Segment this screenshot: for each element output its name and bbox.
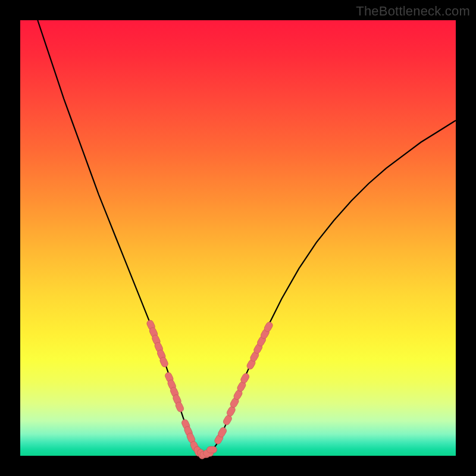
chart-frame: TheBottleneck.com: [0, 0, 476, 476]
curve-markers: [146, 319, 274, 460]
curve-marker: [207, 446, 217, 453]
curve-svg: [20, 20, 456, 456]
plot-area: [20, 20, 456, 456]
bottleneck-curve: [37, 20, 456, 453]
watermark-text: TheBottleneck.com: [356, 4, 470, 19]
